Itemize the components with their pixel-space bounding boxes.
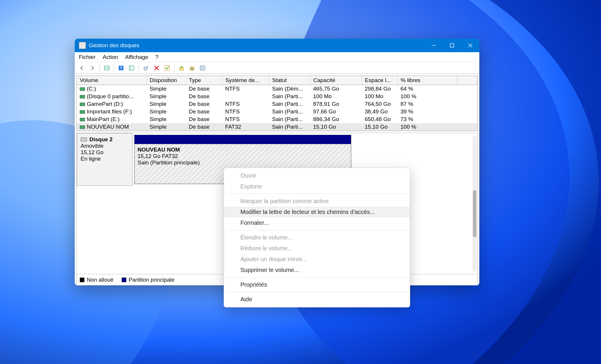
menubar: Fichier Action Affichage ?	[75, 52, 479, 62]
col-pctfree[interactable]: % libres	[398, 76, 457, 85]
disk-icon	[81, 137, 87, 142]
context-menu-item[interactable]: Propriétés	[224, 279, 410, 290]
disk-state: En ligne	[81, 156, 129, 162]
volume-name: (Disque 0 partitio...	[87, 93, 133, 99]
menu-help[interactable]: ?	[155, 54, 159, 60]
properties-icon[interactable]	[198, 64, 207, 72]
volume-icon	[80, 103, 85, 106]
col-volume[interactable]: Volume	[77, 76, 147, 85]
legend-swatch-unallocated	[80, 278, 84, 282]
svg-text:?: ?	[120, 66, 123, 70]
list-icon[interactable]	[128, 64, 136, 72]
window-title: Gestion des disques	[89, 42, 425, 49]
disk-size: 15,12 Go	[81, 149, 129, 156]
table-header-row: Volume Disposition Type Système de... St…	[77, 76, 477, 85]
svg-rect-5	[104, 66, 109, 70]
volume-icon	[80, 125, 85, 129]
scrollbar-thumb[interactable]	[473, 190, 476, 237]
disk-header[interactable]: Disque 2 Amovible 15,12 Go En ligne	[77, 133, 133, 186]
forward-button[interactable]	[88, 64, 96, 72]
delete-icon[interactable]	[152, 64, 161, 72]
context-menu-item: Étendre le volume...	[224, 232, 410, 243]
volume-name: Important files (F:)	[87, 108, 132, 115]
context-menu-item: Ajouter un disque miroir...	[224, 254, 410, 265]
svg-line-13	[147, 66, 148, 67]
col-type[interactable]: Type	[186, 76, 222, 85]
refresh-icon[interactable]	[142, 64, 150, 72]
vertical-scrollbar[interactable]	[473, 136, 477, 272]
help-icon[interactable]: ?	[117, 64, 125, 72]
menu-action[interactable]: Action	[103, 54, 118, 60]
context-menu-separator	[224, 277, 410, 278]
toolbar-separator	[114, 64, 114, 72]
legend-primary: Partition principale	[129, 277, 174, 283]
col-disposition[interactable]: Disposition	[147, 76, 186, 85]
volume-icon	[80, 110, 85, 114]
disk-name: Disque 2	[89, 136, 113, 143]
volume-icon	[80, 118, 85, 121]
volume-icon	[80, 95, 85, 98]
context-menu-separator	[224, 194, 410, 194]
context-menu-item: Réduire le volume...	[224, 243, 410, 254]
table-row[interactable]: GamePart (D:)SimpleDe baseNTFSSain (Part…	[77, 100, 477, 108]
svg-point-12	[144, 67, 147, 70]
volume-table: Volume Disposition Type Système de... St…	[77, 76, 478, 131]
search-folder-icon[interactable]	[188, 64, 196, 72]
context-menu-separator	[224, 230, 410, 230]
col-status[interactable]: Statut	[269, 76, 310, 85]
partition-name: NOUVEAU NOM	[137, 147, 348, 153]
maximize-button[interactable]	[443, 39, 461, 52]
col-freespace[interactable]: Espace l...	[362, 76, 398, 85]
toolbar: ?	[75, 62, 479, 74]
col-blank	[457, 76, 477, 85]
volume-name: MainPart (E:)	[87, 116, 120, 122]
svg-rect-10	[129, 66, 134, 70]
svg-rect-18	[190, 67, 194, 70]
toolbar-separator	[99, 64, 100, 72]
table-row[interactable]: (Disque 0 partitio...SimpleDe baseSain (…	[77, 93, 477, 100]
details-icon[interactable]	[103, 64, 111, 72]
table-row[interactable]: (C:)SimpleDe baseNTFSSain (Dém...465,75 …	[77, 85, 477, 93]
volume-icon	[80, 87, 85, 91]
arrow-up-icon[interactable]	[177, 64, 186, 72]
partition-header-bar	[135, 135, 351, 144]
context-menu-item: Explorer	[224, 181, 410, 192]
menu-file[interactable]: Fichier	[79, 54, 96, 60]
table-row[interactable]: Important files (F:)SimpleDe baseNTFSSai…	[77, 108, 477, 115]
partition-size-fs: 15,12 Go FAT32	[137, 153, 348, 159]
toolbar-separator	[139, 64, 139, 72]
volume-name: (C:)	[87, 86, 96, 92]
svg-rect-2	[450, 44, 454, 47]
toolbar-separator	[174, 64, 174, 72]
table-row[interactable]: MainPart (E:)SimpleDe baseNTFSSain (Part…	[77, 115, 477, 123]
volume-name: GamePart (D:)	[87, 101, 123, 107]
col-filesystem[interactable]: Système de...	[222, 76, 269, 85]
context-menu-item[interactable]: Aide	[224, 294, 410, 305]
svg-rect-17	[179, 67, 184, 70]
back-button[interactable]	[78, 64, 86, 72]
disk-kind: Amovible	[81, 143, 129, 149]
context-menu-item[interactable]: Formater...	[224, 217, 410, 228]
titlebar[interactable]: Gestion des disques	[75, 39, 479, 52]
table-row[interactable]: NOUVEAU NOMSimpleDe baseFAT32Sain (Parti…	[77, 123, 477, 131]
context-menu-item[interactable]: Supprimer le volume...	[224, 265, 410, 275]
context-menu-separator	[224, 292, 410, 292]
check-icon[interactable]	[163, 64, 171, 72]
context-menu-item: Marquer la partition comme active	[224, 196, 410, 207]
app-icon	[79, 42, 86, 49]
context-menu-item[interactable]: Modifier la lettre de lecteur et les che…	[224, 207, 410, 217]
partition-status: Sain (Partition principale)	[137, 159, 348, 166]
volume-name: NOUVEAU NOM	[87, 124, 129, 130]
svg-rect-16	[165, 66, 169, 70]
close-button[interactable]	[461, 39, 479, 52]
minimize-button[interactable]	[425, 39, 443, 52]
legend-swatch-primary	[122, 278, 126, 282]
menu-view[interactable]: Affichage	[125, 54, 148, 60]
legend-unallocated: Non alloué	[87, 277, 113, 283]
context-menu: OuvrirExplorerMarquer la partition comme…	[224, 168, 410, 307]
col-capacity[interactable]: Capacité	[310, 76, 362, 85]
context-menu-item: Ouvrir	[224, 170, 410, 181]
